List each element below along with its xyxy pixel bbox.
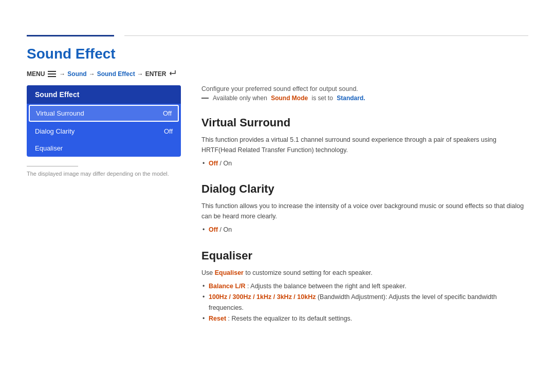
menu-box-title: Sound Effect [27,85,181,104]
path-sound-effect: Sound Effect [97,70,135,78]
content-area: Sound Effect Virtual Surround Off Dialog… [0,85,555,338]
top-bar-line [124,35,528,36]
menu-item-equaliser[interactable]: Equaliser [27,140,181,157]
path-arrow2: → [89,70,95,78]
menu-path: MENU → Sound → Sound Effect → ENTER [0,62,555,85]
bullet-reset: Reset : Resets the equalizer to its defa… [201,313,528,324]
section-title-virtual-surround: Virtual Surround [201,116,528,129]
menu-item-label: Dialog Clarity [35,127,75,135]
slash: / On [220,160,232,167]
menu-label: MENU [27,70,45,78]
standard-highlight: Standard. [337,95,365,102]
hz-label: 100Hz / 300Hz / 1kHz / 3kHz / 10kHz [209,293,316,301]
virtual-surround-bullets: Off / On [201,158,528,169]
bullet-off-on-virtual: Off / On [201,158,528,169]
section-desc-equaliser: Use Equaliser to customize sound setting… [201,268,528,278]
section-desc-dialog-clarity: This function allows you to increase the… [201,201,528,221]
menu-item-virtual-surround[interactable]: Virtual Surround Off [29,105,179,122]
menu-hamburger-icon [48,71,56,77]
path-sound: Sound [67,70,86,78]
left-divider [27,166,78,166]
dialog-clarity-bullets: Off / On [201,225,528,235]
svg-rect-2 [48,76,56,77]
available-middle: is set to [310,95,335,102]
left-panel: Sound Effect Virtual Surround Off Dialog… [27,85,181,338]
off-on-label: Off [209,160,218,167]
bullet-balance: Balance L/R : Adjusts the balance betwee… [201,281,528,292]
available-prefix: Available only when [213,95,269,102]
svg-rect-1 [48,73,56,74]
menu-box: Sound Effect Virtual Surround Off Dialog… [27,85,181,157]
bullet-hz: 100Hz / 300Hz / 1kHz / 3kHz / 10kHz (Ban… [201,292,528,314]
enter-icon [169,69,176,78]
menu-item-label: Equaliser [35,144,63,152]
section-title-dialog-clarity: Dialog Clarity [201,182,528,196]
enter-return-icon [169,69,176,77]
section-equaliser: Equaliser Use Equaliser to customize sou… [201,249,528,325]
sound-mode-highlight: Sound Mode [271,95,308,102]
section-desc-virtual-surround: This function provides a virtual 5.1 cha… [201,135,528,155]
section-virtual-surround: Virtual Surround This function provides … [201,116,528,169]
dash-prefix [201,98,209,99]
reset-label: Reset [209,315,226,322]
right-panel: Configure your preferred sound effect fo… [201,85,528,338]
section-dialog-clarity: Dialog Clarity This function allows you … [201,182,528,235]
balance-desc: : Adjusts the balance between the right … [247,283,406,290]
balance-label: Balance L/R [209,283,246,290]
off-on-label-dialog: Off [209,226,218,233]
top-bar-accent [27,35,114,36]
equaliser-bullets: Balance L/R : Adjusts the balance betwee… [201,281,528,325]
menu-item-value: Off [164,127,173,135]
right-available-note: Available only when Sound Mode is set to… [201,95,528,102]
section-title-equaliser: Equaliser [201,249,528,263]
path-enter: ENTER [145,70,166,78]
menu-item-value: Off [163,109,172,117]
equaliser-highlight: Equaliser [215,269,244,276]
bullet-off-on-dialog: Off / On [201,225,528,235]
menu-icon-box [48,71,56,77]
slash-dialog: / On [220,226,232,233]
menu-item-label: Virtual Surround [36,109,84,117]
model-note: The displayed image may differ depending… [27,171,181,177]
menu-item-dialog-clarity[interactable]: Dialog Clarity Off [27,123,181,140]
reset-desc: : Resets the equalizer to its default se… [228,315,353,322]
path-arrow1: → [59,70,65,78]
page-title: Sound Effect [0,36,555,62]
right-top-note: Configure your preferred sound effect fo… [201,85,528,92]
svg-rect-0 [48,71,56,72]
path-arrow3: → [137,70,143,78]
